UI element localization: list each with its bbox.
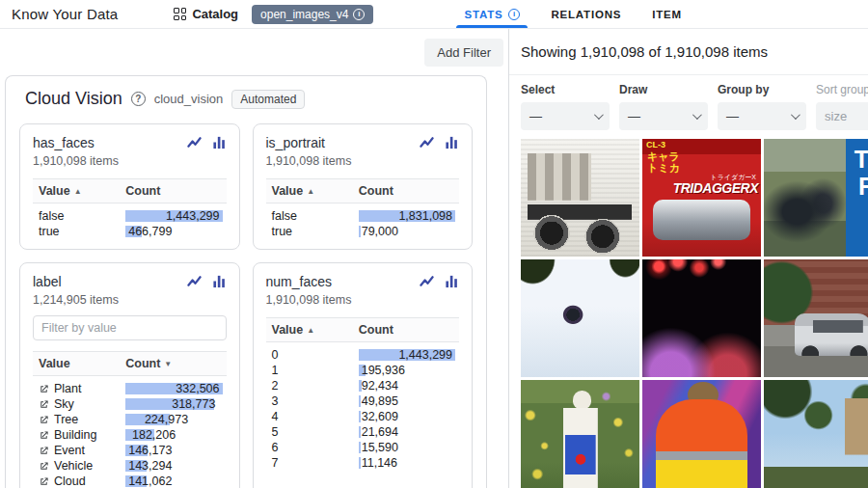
grid-image-cycling-race-poster[interactable]: TOFE [764,139,868,257]
table-row: false 1,831,098 [266,203,460,225]
image-grid: CL-3キャラ トミカトライダガーXTRIDAGGERXTOFE [521,139,868,488]
dropdown-value: — [726,109,739,123]
row-count: 79,000 [359,224,401,239]
image-overlay-text: FE [858,174,868,199]
row-value: Vehicle [54,459,93,473]
scatter-plot-icon[interactable] [187,274,202,288]
dropdown-value: — [628,109,640,123]
row-count: 332,506 [125,381,222,396]
tab-label: STATS [464,9,502,20]
table-row: Sky 318,773 [33,396,227,412]
stat-card-item-count: 1,910,098 items [33,154,227,168]
tab-relations[interactable]: RELATIONS [535,0,637,28]
catalog-button[interactable]: Catalog [174,7,238,21]
grid-image-garden-scarecrow[interactable] [521,380,639,488]
bar-chart-icon[interactable] [212,135,227,149]
grid-image-courtyard-garden[interactable] [764,380,868,488]
chevron-down-icon [594,110,604,120]
open-in-new-icon[interactable] [39,430,49,441]
section-header: Cloud Vision ? cloud_vision Automated [6,76,486,118]
bar-chart-icon[interactable] [212,274,227,288]
value-column-header[interactable]: Value▲ [266,318,353,342]
row-value: Event [54,444,85,457]
row-value: Tree [54,413,78,426]
open-in-new-icon[interactable] [39,461,49,472]
dataset-chip[interactable]: open_images_v4 i [252,5,373,24]
automated-badge: Automated [231,90,305,109]
info-icon[interactable]: i [353,9,365,20]
row-value: 0 [272,348,279,362]
scatter-plot-icon[interactable] [420,135,434,149]
filter-by-value-input[interactable] [33,315,227,340]
section-id: cloud_vision [154,92,224,106]
control-dropdown[interactable]: size [816,102,868,130]
add-filter-button[interactable]: Add Filter [424,39,503,67]
stat-card-item-count: 1,214,905 items [33,293,227,307]
table-row: true 466,799 [33,224,227,239]
grid-image-concert-stage[interactable] [642,259,761,377]
row-count: 141,062 [125,474,175,488]
stat-card-title: num_faces [266,274,420,289]
catalog-label: Catalog [192,7,238,21]
results-toolbar: Showing 1,910,098 of 1,910,098 items [509,29,868,75]
control-dropdown[interactable]: — [521,102,610,130]
grid-image-toy-car-package[interactable]: CL-3キャラ トミカトライダガーXTRIDAGGERX [642,139,761,257]
grid-image-snow-tubing[interactable] [521,259,639,377]
table-row: true 79,000 [266,224,460,239]
open-in-new-icon[interactable] [39,415,49,425]
dataset-name: open_images_v4 [260,8,348,21]
bar-chart-icon[interactable] [445,135,459,149]
row-count: 1,443,299 [359,347,455,363]
row-value: true [272,225,293,238]
table-row: Plant 332,506 [33,376,227,397]
scatter-plot-icon[interactable] [420,274,434,288]
tab-label: ITEM [652,9,682,20]
count-column-header[interactable]: Count [353,318,459,342]
top-app-bar: Know Your Data Catalog open_images_v4 i … [0,0,868,29]
grid-image-vintage-truck-engraving[interactable] [521,139,639,257]
table-row: 3 49,895 [266,393,460,409]
grid-image-hi-vis-worker[interactable] [642,380,761,488]
open-in-new-icon[interactable] [39,446,49,456]
control-dropdown[interactable]: — [718,102,806,130]
bar-chart-icon[interactable] [445,274,459,288]
open-in-new-icon[interactable] [39,476,49,487]
row-count: 15,590 [359,440,401,455]
row-count: 92,434 [359,378,401,393]
value-column-header[interactable]: Value [33,352,120,376]
count-column-header[interactable]: Count▼ [120,352,226,376]
grid-view-icon [174,8,186,20]
count-column-header[interactable]: Count [120,179,226,203]
table-row: false 1,443,299 [33,203,227,225]
table-row: Building 182,206 [33,427,227,443]
value-column-header[interactable]: Value▲ [266,179,353,203]
stat-cards-grid: has_faces 1,910,098 items Value▲ Count [6,118,486,488]
control-label: Sort groups by [816,83,868,96]
value-column-header[interactable]: Value▲ [33,179,120,203]
stat-card-item-count: 1,910,098 items [266,154,460,168]
stat-card-is_portrait: is_portrait 1,910,098 items Value▲ Count [253,123,474,250]
tab-item[interactable]: ITEM [637,0,697,28]
help-icon[interactable]: ? [131,92,146,106]
control-dropdown[interactable]: — [619,102,708,130]
open-in-new-icon[interactable] [39,399,49,410]
grid-image-parked-silver-car[interactable] [764,259,868,377]
stat-card-title: has_faces [33,135,187,150]
row-count: 49,895 [359,393,401,409]
open-in-new-icon[interactable] [39,384,49,394]
row-count: 146,173 [125,443,175,458]
count-column-header[interactable]: Count [353,179,459,203]
section-title: Cloud Vision [25,89,122,109]
dropdown-value: size [825,109,847,123]
table-row: 5 21,694 [266,424,460,440]
image-overlay-text: CL-3 [646,141,665,149]
tab-stats[interactable]: STATS i [448,0,535,28]
row-count: 32,609 [359,409,401,424]
scatter-plot-icon[interactable] [187,135,202,149]
table-row: Vehicle 143,294 [33,458,227,474]
filter-toolbar: Add Filter [0,29,508,75]
row-count: 195,936 [359,363,408,378]
dropdown-value: — [529,109,542,123]
row-count: 224,973 [125,412,191,427]
info-icon[interactable]: i [508,9,520,20]
